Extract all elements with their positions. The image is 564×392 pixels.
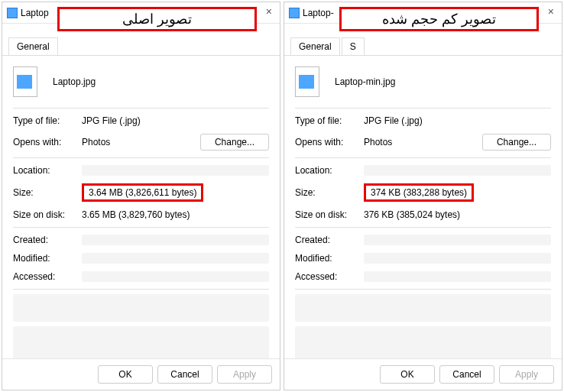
ok-button[interactable]: OK [380,365,435,384]
row-location: Location: [13,161,269,180]
filename-input[interactable] [50,74,269,90]
size-value: 3.64 MB (3,826,611 bytes) [82,183,269,202]
file-header [13,63,269,105]
apply-button[interactable]: Apply [499,365,554,384]
created-value-redacted [82,235,269,245]
close-button[interactable]: × [263,5,275,18]
app-icon [289,8,300,18]
accessed-value-redacted [82,271,269,282]
row-size: Size: 3.64 MB (3,826,611 bytes) [13,180,269,206]
change-button[interactable]: Change... [482,134,551,151]
opens-label: Opens with: [295,137,364,147]
separator [13,108,269,109]
created-label: Created: [13,235,82,245]
row-size-on-disk: Size on disk: 3.65 MB (3,829,760 bytes) [13,206,269,224]
tab-general[interactable]: General [8,37,58,55]
type-value: JPG File (.jpg) [82,115,269,126]
dialog-content: Type of file: JPG File (.jpg) Opens with… [284,56,562,358]
extra-redacted [13,326,269,358]
annotation-label: تصویر اصلی [57,7,257,31]
row-size: Size: 374 KB (383,288 bytes) [295,180,551,206]
created-value-redacted [364,235,551,245]
size-highlight: 3.64 MB (3,826,611 bytes) [82,183,203,202]
accessed-label: Accessed: [295,271,364,282]
row-location: Location: [295,161,551,180]
row-accessed: Accessed: [295,267,551,286]
row-modified: Modified: [13,249,269,267]
size-label: Size: [13,187,82,198]
properties-dialog-right: Laptop- × تصویر کم حجم شده General S Typ… [284,2,562,390]
apply-button[interactable]: Apply [217,365,272,384]
accessed-label: Accessed: [13,271,82,282]
location-value-redacted [82,165,269,176]
separator [13,157,269,158]
modified-value-redacted [364,253,551,264]
extra-redacted [295,326,551,358]
disk-value: 376 KB (385,024 bytes) [364,209,551,220]
app-icon [7,8,18,18]
tab-s-partial[interactable]: S [342,37,365,55]
row-size-on-disk: Size on disk: 376 KB (385,024 bytes) [295,206,551,224]
location-label: Location: [13,165,82,176]
opens-value: Photos [82,137,200,147]
button-bar: OK Cancel Apply [2,358,280,390]
row-accessed: Accessed: [13,267,269,286]
attributes-redacted [295,294,551,322]
disk-label: Size on disk: [13,209,82,220]
window-title: Laptop [21,8,49,18]
change-button[interactable]: Change... [200,134,269,151]
filename-input[interactable] [332,74,551,90]
location-label: Location: [295,165,364,176]
separator [295,108,551,109]
separator [13,227,269,228]
row-type: Type of file: JPG File (.jpg) [13,112,269,130]
tab-strip: General S [284,33,562,56]
properties-dialog-left: Laptop × تصویر اصلی General Type of file… [2,2,280,390]
separator [295,289,551,290]
size-label: Size: [295,187,364,198]
type-label: Type of file: [295,115,364,126]
row-opens-with: Opens with: Photos Change... [13,130,269,154]
row-modified: Modified: [295,249,551,267]
separator [295,227,551,228]
file-icon [295,66,319,97]
button-bar: OK Cancel Apply [284,358,562,390]
tab-general[interactable]: General [290,37,340,55]
annotation-label: تصویر کم حجم شده [339,7,539,31]
cancel-button[interactable]: Cancel [439,365,494,384]
close-button[interactable]: × [545,5,557,18]
row-opens-with: Opens with: Photos Change... [295,130,551,154]
cancel-button[interactable]: Cancel [157,365,212,384]
row-created: Created: [295,231,551,249]
modified-value-redacted [82,253,269,264]
separator [295,157,551,158]
row-type: Type of file: JPG File (.jpg) [295,112,551,130]
type-value: JPG File (.jpg) [364,115,551,126]
modified-label: Modified: [295,253,364,264]
attributes-redacted [13,294,269,322]
size-highlight: 374 KB (383,288 bytes) [364,183,474,202]
separator [13,289,269,290]
location-value-redacted [364,165,551,176]
modified-label: Modified: [13,253,82,264]
created-label: Created: [295,235,364,245]
file-icon [13,66,37,97]
ok-button[interactable]: OK [98,365,153,384]
dialog-content: Type of file: JPG File (.jpg) Opens with… [2,56,280,358]
accessed-value-redacted [364,271,551,282]
opens-label: Opens with: [13,137,82,147]
opens-value: Photos [364,137,482,147]
type-label: Type of file: [13,115,82,126]
size-value: 374 KB (383,288 bytes) [364,183,551,202]
window-title: Laptop- [303,8,334,18]
row-created: Created: [13,231,269,249]
disk-label: Size on disk: [295,209,364,220]
file-header [295,63,551,105]
tab-strip: General [2,33,280,56]
disk-value: 3.65 MB (3,829,760 bytes) [82,209,269,220]
